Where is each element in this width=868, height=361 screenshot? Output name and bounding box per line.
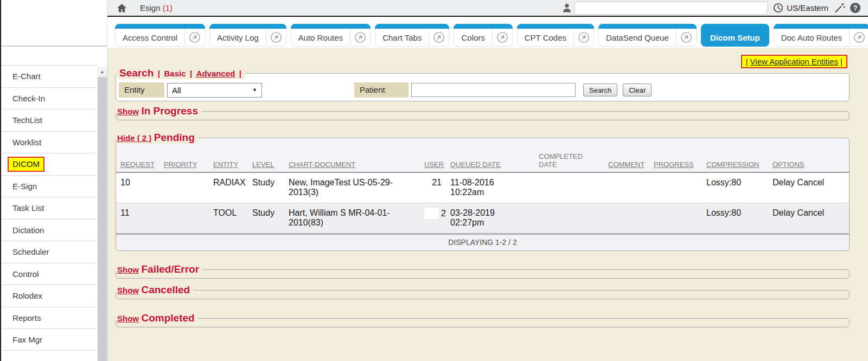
open-in-new-icon <box>433 31 445 43</box>
column-header-label: PRIORITY <box>164 160 197 169</box>
tab-access-control[interactable]: Access Control <box>115 24 205 47</box>
tab-auto-routes[interactable]: Auto Routes <box>291 24 371 47</box>
tab-chart-tabs[interactable]: Chart Tabs <box>375 24 449 47</box>
cell-options[interactable]: Delay Cancel <box>768 203 849 234</box>
tab-label: Auto Routes <box>291 33 350 42</box>
cell-queued: 03-28-2019 02:27pm <box>446 203 534 234</box>
tab-label: Access Control <box>116 33 184 42</box>
empty-user-field[interactable] <box>424 208 439 219</box>
view-application-entities-link[interactable]: | View Application Entities | <box>741 55 847 68</box>
column-header-comment[interactable]: COMMENT <box>604 144 649 172</box>
tab-open-button[interactable] <box>850 31 868 43</box>
tab-dicom-setup[interactable]: Dicom Setup <box>701 24 769 47</box>
clear-button[interactable]: Clear <box>623 83 652 96</box>
tab-datasend-queue[interactable]: DataSend Queue <box>598 24 697 47</box>
table-row: 11TOOLStudyHart, William S MR-04-01-2010… <box>116 203 849 234</box>
sidebar-item-dicom[interactable]: DICOM <box>1 153 97 175</box>
column-header-progress[interactable]: PROGRESS <box>649 144 702 172</box>
tab-open-button[interactable] <box>493 31 512 43</box>
sidebar-item-rolodex[interactable]: Rolodex <box>1 285 97 307</box>
sidebar-item-e-chart[interactable]: E-Chart <box>1 65 97 87</box>
tab-open-button[interactable] <box>350 31 370 43</box>
cell-options[interactable]: Delay Cancel <box>768 172 849 203</box>
tab-open-button[interactable] <box>574 31 593 43</box>
tab-doc-auto-routes[interactable]: Doc Auto Routes <box>774 24 868 47</box>
tab-cpt-codes[interactable]: CPT Codes <box>517 24 594 47</box>
top-bar: Esign (1) US/Eastern ? <box>107 0 868 17</box>
empty-user-field[interactable] <box>429 178 430 186</box>
tab-open-button[interactable] <box>266 31 286 43</box>
open-in-new-icon <box>189 31 201 43</box>
search-form-row: Entity All ▼ Patient Search Clear <box>118 81 847 99</box>
column-header-request[interactable]: REQUEST <box>116 144 159 172</box>
tab-label: DataSend Queue <box>599 33 676 42</box>
home-icon[interactable] <box>116 3 127 14</box>
completed-title: Completed <box>141 312 194 324</box>
patient-input[interactable] <box>411 83 576 97</box>
column-header-label: LEVEL <box>252 160 274 169</box>
sidebar-item-reports[interactable]: Reports <box>1 307 97 329</box>
sidebar-item-check-in[interactable]: Check-In <box>1 87 97 109</box>
scrollbar-up-arrow[interactable]: ▲ <box>97 67 107 76</box>
cell-entity: TOOL <box>209 203 248 234</box>
column-header-label: COMPRESSION <box>706 160 760 169</box>
sidebar-item-fax-mgr[interactable]: Fax Mgr <box>1 328 97 351</box>
cell-chartdoc: Hart, William S MR-04-01-2010(83) <box>284 203 420 234</box>
column-header-label: REQUEST <box>120 160 155 169</box>
cancelled-toggle[interactable]: Show <box>117 286 139 295</box>
sidebar-item-scheduler[interactable]: Scheduler <box>1 241 97 263</box>
corner-panel <box>1 0 107 47</box>
entity-select[interactable]: All ▼ <box>167 83 262 98</box>
column-header-options[interactable]: OPTIONS <box>768 144 849 172</box>
cell-completed <box>534 172 604 203</box>
tab-open-button[interactable] <box>676 31 696 43</box>
cell-queued: 11-08-2016 10:22am <box>446 172 534 203</box>
scrollbar-thumb[interactable] <box>98 77 107 361</box>
wand-icon[interactable] <box>834 2 845 14</box>
cell-value: Hart, William S MR-04-01-2010(83) <box>289 208 390 227</box>
column-header-completed-date[interactable]: COMPLETED DATE <box>534 144 604 172</box>
pending-legend: Hide ( 2 ) Pending <box>116 132 198 144</box>
tab-body: Activity Log <box>209 29 286 47</box>
app-title[interactable]: Esign (1) <box>140 3 173 12</box>
sidebar-item-task-list[interactable]: Task List <box>1 197 97 219</box>
sidebar-item-label: Worklist <box>12 138 41 147</box>
sidebar-scrollbar: ▲ <box>97 67 107 361</box>
in-progress-toggle[interactable]: Show <box>117 107 139 116</box>
failed-error-toggle[interactable]: Show <box>117 265 139 274</box>
cell-value: TOOL <box>213 208 237 217</box>
column-header-label: COMMENT <box>608 160 644 169</box>
column-header-compression[interactable]: COMPRESSION <box>702 144 768 172</box>
app-title-label: Esign <box>140 3 161 12</box>
tab-activity-log[interactable]: Activity Log <box>209 24 286 47</box>
tab-body: Auto Routes <box>291 29 371 47</box>
column-header-chart-document[interactable]: CHART-DOCUMENT <box>284 144 420 172</box>
tab-open-button[interactable] <box>185 31 205 43</box>
sidebar-item-control[interactable]: Control <box>1 263 97 285</box>
search-button[interactable]: Search <box>583 83 617 96</box>
cell-request: 10 <box>116 172 159 203</box>
column-header-entity[interactable]: ENTITY <box>209 144 248 172</box>
sidebar-item-e-sign[interactable]: E-Sign <box>1 175 97 197</box>
advanced-link[interactable]: Advanced <box>196 69 235 78</box>
basic-link[interactable]: Basic <box>164 69 186 78</box>
select-arrow-icon: ▼ <box>252 88 257 93</box>
failed-error-section: Show Failed/Error <box>116 263 850 279</box>
global-search-input[interactable] <box>575 2 768 15</box>
tab-open-button[interactable] <box>429 31 449 43</box>
sidebar-item-dictation[interactable]: Dictation <box>1 219 97 241</box>
entity-label: Entity <box>119 82 164 98</box>
column-header-priority[interactable]: PRIORITY <box>159 144 209 172</box>
column-header-label: OPTIONS <box>773 160 805 169</box>
open-in-new-icon <box>680 31 692 43</box>
sidebar-item-worklist[interactable]: Worklist <box>1 131 97 153</box>
column-header-queued-date[interactable]: QUEUED DATE <box>446 144 534 172</box>
patient-label: Patient <box>354 82 409 98</box>
tab-colors[interactable]: Colors <box>454 24 512 47</box>
pending-toggle[interactable]: Hide ( 2 ) <box>117 133 151 143</box>
column-header-user[interactable]: USER <box>420 144 446 172</box>
help-icon[interactable]: ? <box>850 2 861 14</box>
sidebar-item-techlist[interactable]: TechList <box>1 109 97 131</box>
column-header-level[interactable]: LEVEL <box>248 144 284 172</box>
completed-toggle[interactable]: Show <box>117 314 139 323</box>
